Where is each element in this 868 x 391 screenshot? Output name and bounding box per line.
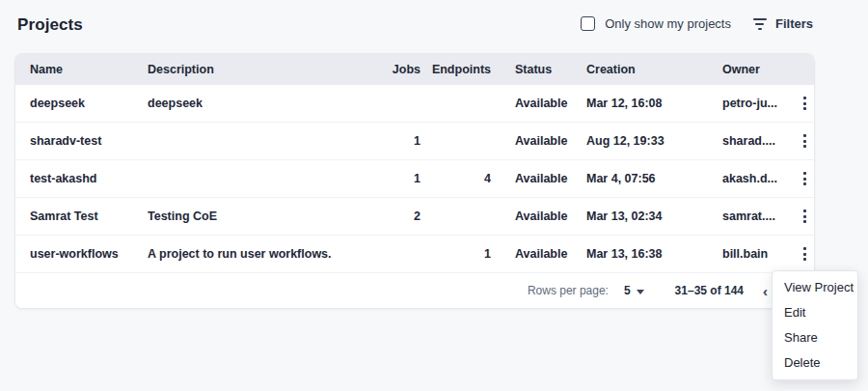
kebab-menu-icon[interactable] [800, 129, 810, 153]
cell-name: sharadv-test [30, 123, 146, 160]
cell-jobs: 1 [414, 123, 420, 160]
row-context-menu: View Project Edit Share Delete [772, 270, 858, 380]
page-title: Projects [17, 15, 83, 35]
rows-per-page-value: 5 [624, 284, 631, 297]
menu-item-delete[interactable]: Delete [773, 350, 857, 376]
cell-creation: Mar 12, 16:08 [586, 85, 702, 123]
kebab-menu-icon[interactable] [800, 92, 810, 115]
rows-per-page-label: Rows per page: [528, 284, 609, 297]
top-controls: Only show my projects Filters [581, 16, 813, 31]
table-row[interactable]: sharadv-test 1 Available Aug 12, 19:33 s… [15, 123, 814, 160]
column-header-description: Description [148, 54, 384, 85]
menu-item-view-project[interactable]: View Project [773, 275, 857, 300]
cell-jobs: 1 [414, 160, 420, 198]
column-header-status: Status [515, 54, 584, 85]
column-header-name: Name [30, 54, 146, 85]
cell-owner: petro-ju... [722, 85, 792, 123]
table-header-row: Name Description Jobs Endpoints Status C… [15, 54, 814, 85]
rows-per-page-select[interactable]: 5 [624, 284, 644, 297]
cell-status: Available [515, 123, 584, 160]
cell-status: Available [515, 85, 584, 123]
menu-item-edit[interactable]: Edit [773, 300, 857, 325]
projects-table: Name Description Jobs Endpoints Status C… [14, 53, 815, 309]
table-row[interactable]: Samrat Test Testing CoE 2 Available Mar … [15, 198, 814, 236]
table-row[interactable]: test-akashd 1 4 Available Mar 4, 07:56 a… [15, 160, 814, 198]
filters-label: Filters [775, 16, 813, 31]
chevron-down-icon [637, 290, 644, 294]
cell-status: Available [515, 160, 584, 198]
filters-button[interactable]: Filters [752, 16, 813, 31]
cell-status: Available [515, 198, 584, 236]
cell-status: Available [515, 236, 584, 273]
cell-name: deepseek [30, 85, 146, 123]
cell-description: A project to run user workflows. [148, 236, 384, 273]
column-header-owner: Owner [722, 54, 792, 85]
filter-icon [752, 18, 768, 30]
cell-endpoints: 4 [484, 160, 491, 198]
cell-creation: Aug 12, 19:33 [586, 123, 702, 160]
cell-owner: bill.bain [722, 236, 792, 273]
cell-jobs: 2 [414, 198, 420, 236]
previous-page-button[interactable]: ‹ [763, 284, 768, 298]
table-row[interactable]: deepseek deepseek Available Mar 12, 16:0… [15, 85, 814, 123]
menu-item-share[interactable]: Share [773, 325, 857, 350]
cell-name: user-workflows [30, 236, 146, 273]
cell-name: test-akashd [30, 160, 146, 198]
column-header-jobs: Jobs [393, 54, 420, 85]
cell-description: deepseek [148, 85, 384, 123]
cell-creation: Mar 13, 02:34 [586, 198, 702, 236]
cell-name: Samrat Test [30, 198, 146, 236]
column-header-endpoints: Endpoints [432, 54, 491, 85]
kebab-menu-icon[interactable] [800, 242, 810, 265]
cell-description: Testing CoE [148, 198, 384, 236]
cell-owner: akash.d... [722, 160, 792, 198]
only-my-projects-label: Only show my projects [605, 16, 731, 31]
pagination-range: 31–35 of 144 [675, 284, 744, 297]
cell-endpoints: 1 [484, 236, 491, 273]
column-header-creation: Creation [586, 54, 702, 85]
kebab-menu-icon[interactable] [800, 205, 810, 228]
cell-owner: sharad.... [722, 123, 792, 160]
cell-creation: Mar 13, 16:38 [586, 236, 702, 273]
kebab-menu-icon[interactable] [800, 167, 810, 190]
cell-owner: samrat.... [722, 198, 792, 236]
cell-creation: Mar 4, 07:56 [586, 160, 702, 198]
only-my-projects-checkbox[interactable] [581, 16, 595, 31]
table-footer: Rows per page: 5 31–35 of 144 ‹ [15, 273, 814, 308]
table-row[interactable]: user-workflows A project to run user wor… [15, 236, 814, 273]
